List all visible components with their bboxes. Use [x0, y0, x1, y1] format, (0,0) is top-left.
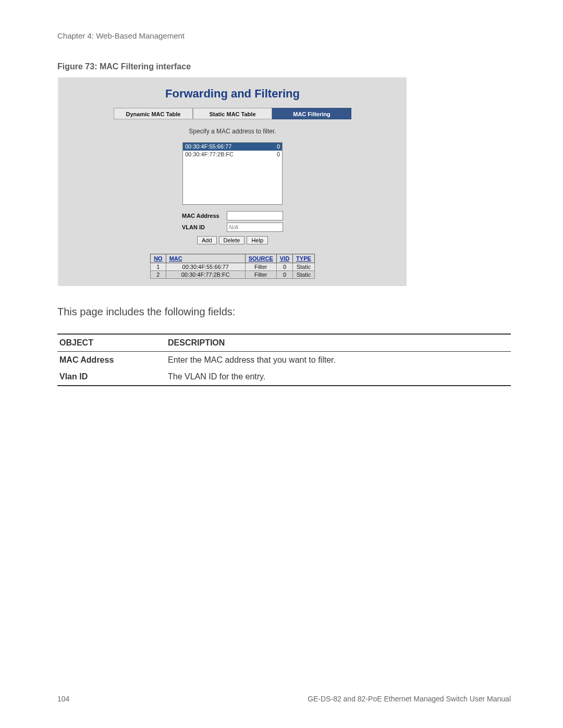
- field-object: Vlan ID: [57, 368, 166, 386]
- field-object: MAC Address: [57, 352, 166, 369]
- figure-caption: Figure 73: MAC Filtering interface: [57, 62, 511, 71]
- field-description: The VLAN ID for the entry.: [166, 368, 511, 386]
- filter-instruction: Specify a MAC address to filter.: [58, 128, 407, 135]
- list-item-mac: 00:30:4F:55:66:77: [185, 143, 273, 151]
- mac-address-label: MAC Address: [182, 213, 223, 219]
- list-item[interactable]: 00:30:4F:55:66:77 0: [183, 143, 282, 151]
- doc-title: GE-DS-82 and 82-PoE Ethernet Managed Swi…: [308, 695, 511, 703]
- tab-dynamic-mac-table[interactable]: Dynamic MAC Table: [114, 108, 193, 119]
- col-type[interactable]: TYPE: [293, 254, 315, 263]
- intro-text: This page includes the following fields:: [57, 306, 511, 318]
- chapter-header: Chapter 4: Web-Based Management: [57, 31, 511, 40]
- cell-mac: 00:30:4F:55:66:77: [166, 263, 245, 271]
- fields-head-description: DESCRIPTION: [166, 334, 511, 352]
- table-row: 1 00:30:4F:55:66:77 Filter 0 Static: [151, 263, 315, 271]
- list-item-vid: 0: [273, 151, 280, 158]
- cell-mac: 00:30:4F:77:2B:FC: [166, 271, 245, 279]
- mac-listbox[interactable]: 00:30:4F:55:66:77 0 00:30:4F:77:2B:FC 0: [182, 142, 283, 205]
- page-footer: 104 GE-DS-82 and 82-PoE Ethernet Managed…: [57, 695, 511, 703]
- cell-type: Static: [293, 263, 315, 271]
- fields-reference-table: OBJECT DESCRIPTION MAC Address Enter the…: [57, 334, 511, 386]
- cell-source: Filter: [245, 271, 276, 279]
- table-row: 2 00:30:4F:77:2B:FC Filter 0 Static: [151, 271, 315, 279]
- add-button[interactable]: Add: [197, 236, 217, 244]
- cell-no: 2: [151, 271, 166, 279]
- screenshot-title: Forwarding and Filtering: [58, 87, 407, 101]
- help-button[interactable]: Help: [247, 236, 268, 244]
- tab-bar: Dynamic MAC Table Static MAC Table MAC F…: [58, 108, 407, 119]
- col-mac[interactable]: MAC: [166, 254, 245, 263]
- col-no[interactable]: NO: [151, 254, 166, 263]
- list-item-mac: 00:30:4F:77:2B:FC: [185, 151, 273, 158]
- cell-vid: 0: [276, 271, 292, 279]
- page-number: 104: [57, 695, 69, 703]
- vlan-id-label: VLAN ID: [182, 224, 223, 230]
- cell-vid: 0: [276, 263, 292, 271]
- tab-mac-filtering[interactable]: MAC Filtering: [272, 108, 351, 119]
- fields-head-object: OBJECT: [57, 334, 166, 352]
- list-item[interactable]: 00:30:4F:77:2B:FC 0: [183, 151, 282, 158]
- filter-form: MAC Address VLAN ID Add Delete Help: [58, 211, 407, 244]
- list-item-vid: 0: [273, 143, 280, 151]
- mac-address-input[interactable]: [227, 211, 283, 220]
- tab-static-mac-table[interactable]: Static MAC Table: [193, 108, 272, 119]
- cell-no: 1: [151, 263, 166, 271]
- col-vid[interactable]: VID: [276, 254, 292, 263]
- cell-source: Filter: [245, 263, 276, 271]
- vlan-id-input[interactable]: [227, 223, 283, 232]
- delete-button[interactable]: Delete: [219, 236, 245, 244]
- cell-type: Static: [293, 271, 315, 279]
- col-source[interactable]: SOURCE: [245, 254, 276, 263]
- result-table: NO MAC SOURCE VID TYPE 1 00:30:4F:55:66:…: [150, 254, 315, 279]
- screenshot-panel: Forwarding and Filtering Dynamic MAC Tab…: [57, 77, 407, 286]
- field-description: Enter the MAC address that you want to f…: [166, 352, 511, 369]
